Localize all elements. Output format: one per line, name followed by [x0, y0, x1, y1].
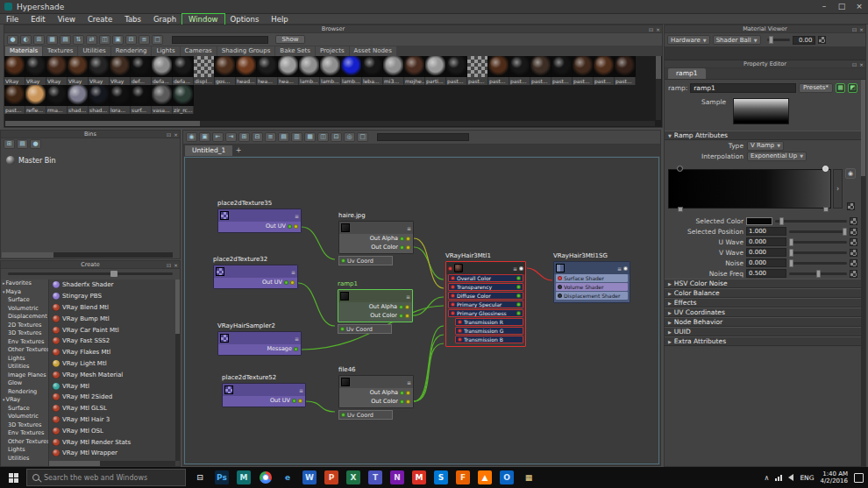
node-attr-diffuse-color[interactable]: Diffuse Color	[448, 292, 523, 300]
shape-dropdown[interactable]: Shader Ball▼	[713, 35, 761, 45]
swatch-hscrollbar[interactable]	[5, 121, 655, 126]
node-editor-toolbar-icon-0[interactable]: ◉	[186, 132, 197, 142]
category-displacement[interactable]: Displacement	[1, 313, 48, 322]
material-swatch-past-[interactable]: past...	[551, 56, 573, 85]
material-swatch-past-[interactable]: past...	[615, 56, 636, 85]
map-button[interactable]	[850, 270, 857, 278]
wire-10[interactable]	[527, 268, 552, 280]
panel-close-icon[interactable]: ×	[174, 131, 178, 138]
node-editor-toolbar-icon-5[interactable]: ⊟	[252, 132, 263, 142]
material-swatch-defa-[interactable]: defa...	[152, 56, 173, 85]
node-box[interactable]: ≡Message	[217, 331, 302, 356]
output-dot[interactable]	[516, 285, 521, 289]
node-attr-primary-glossiness[interactable]: Primary Glossiness	[448, 309, 523, 317]
node-ramp1[interactable]: ramp1≡Out AlphaOut ColorUv Coord	[338, 279, 413, 334]
node-vrayhair3mtl1[interactable]: VRayHair3Mtl1≡Overall ColorTransparencyD…	[445, 251, 526, 347]
menu-tabs[interactable]: Tabs	[118, 14, 147, 25]
node-menu-icon[interactable]: ≡	[407, 225, 411, 231]
browser-toolbar-icon-1[interactable]: ◐	[20, 35, 32, 45]
bins-toolbar-icon-2[interactable]: ●	[30, 139, 41, 149]
material-swatch-past-[interactable]: past...	[530, 56, 551, 85]
attr-slider[interactable]	[789, 230, 847, 233]
category-rendering[interactable]: Rendering	[1, 388, 48, 397]
material-swatch-past-[interactable]: past...	[573, 56, 594, 85]
node-sub-uv-coord[interactable]: Uv Coord	[338, 410, 393, 420]
input-dot[interactable]	[451, 294, 455, 298]
material-swatch-past-[interactable]: past...	[488, 56, 509, 85]
category-env-textures[interactable]: Env Textures	[1, 338, 48, 347]
node-editor-toolbar-icon-10[interactable]: ◫	[317, 132, 329, 142]
material-swatch-lamb-[interactable]: lamb...	[320, 56, 341, 85]
taskbar-app-folder[interactable]: ▦	[522, 470, 536, 484]
taskbar-app-powerpoint[interactable]: P	[324, 470, 338, 484]
output-dot[interactable]	[623, 266, 628, 271]
attr-value-field[interactable]: 0.000	[746, 248, 786, 257]
taskbar-app-teams[interactable]: T	[368, 470, 382, 484]
taskbar-app-task-view[interactable]: ⊟	[193, 470, 207, 484]
category-glow[interactable]: Glow	[1, 379, 48, 388]
category-volumetric[interactable]: Volumetric	[1, 305, 48, 314]
input-dot[interactable]	[451, 285, 455, 289]
node-menu-icon[interactable]: ≡	[407, 379, 411, 385]
category-2d-textures[interactable]: 2D Textures	[1, 322, 48, 330]
browser-toolbar-icon-6[interactable]: ⇄	[86, 35, 97, 45]
node-menu-icon[interactable]: ≡	[299, 387, 303, 393]
shader-vray-mtl-wrapper[interactable]: VRay Mtl Wrapper	[49, 448, 175, 459]
menu-options[interactable]: Options	[224, 14, 266, 25]
section-extra-attributes[interactable]: ▶Extra Attributes	[665, 336, 861, 346]
wire-0[interactable]	[302, 227, 335, 259]
output-dot[interactable]	[406, 391, 410, 395]
material-swatch-past-[interactable]: past...	[467, 56, 488, 85]
category-image-planes[interactable]: Image Planes	[1, 371, 48, 380]
browser-toolbar-icon-7[interactable]: ◫	[99, 35, 110, 45]
map-button[interactable]	[850, 228, 857, 236]
panel-float-icon[interactable]: ⊡	[852, 60, 857, 68]
menu-window[interactable]: Window	[182, 14, 224, 25]
node-sub-uv-coord[interactable]: Uv Coord	[338, 256, 393, 265]
node-menu-icon[interactable]: ≡	[295, 336, 299, 342]
slider-handle[interactable]	[789, 238, 793, 246]
taskbar-app-firefox[interactable]: F	[456, 470, 470, 484]
node-editor-toolbar-icon-4[interactable]: ⊞	[238, 132, 250, 142]
input-dot[interactable]	[451, 276, 455, 280]
taskbar-app-photoshop[interactable]: Ps	[215, 470, 229, 484]
wire-9[interactable]	[414, 343, 444, 401]
menu-help[interactable]: Help	[265, 14, 294, 25]
input-dot[interactable]	[451, 302, 455, 307]
tab-asset-nodes[interactable]: Asset Nodes	[350, 46, 396, 56]
ramp-stop-handle[interactable]	[677, 166, 683, 172]
node-editor-toolbar-icon-9[interactable]: ▦	[304, 132, 316, 142]
input-dot[interactable]	[341, 258, 345, 263]
input-dot[interactable]	[558, 285, 562, 289]
output-dot[interactable]	[290, 280, 295, 285]
node-menu-icon[interactable]: ≡	[295, 213, 299, 219]
node-attr-overall-color[interactable]: Overall Color	[448, 274, 523, 282]
tab-projects[interactable]: Projects	[316, 46, 349, 56]
map-button[interactable]	[850, 259, 857, 267]
material-swatch-shad-[interactable]: shad...	[89, 85, 110, 114]
slider-handle[interactable]	[789, 249, 793, 257]
section-uuid[interactable]: ▶UUID	[665, 327, 861, 336]
material-swatch-head-[interactable]: head...	[236, 56, 257, 85]
output-dot[interactable]	[284, 280, 288, 285]
output-dot[interactable]	[400, 245, 404, 250]
node-vrayhair3mtl1sg[interactable]: VRayHair3Mtl1SG≡Surface ShaderVolume Sha…	[553, 251, 630, 303]
section-node-behavior[interactable]: ▶Node Behavior	[665, 317, 861, 327]
panel-float-icon[interactable]: ⊡	[167, 131, 171, 138]
tab-cameras[interactable]: Cameras	[181, 46, 217, 56]
category-3d-textures[interactable]: 3D Textures	[1, 329, 48, 338]
output-dot[interactable]	[516, 311, 521, 315]
shader-vray-mtl-osl[interactable]: VRay Mtl OSL	[49, 425, 175, 436]
node-editor-toolbar-icon-3[interactable]: ⇥	[225, 132, 237, 142]
attr-slider[interactable]	[775, 220, 847, 223]
gradient-options-button[interactable]: ◉	[845, 168, 856, 179]
material-swatch-vasa-[interactable]: vasa...	[152, 85, 173, 114]
attr-value-field[interactable]: 1.000	[746, 227, 786, 236]
browser-toolbar-icon-4[interactable]: ▤	[60, 35, 71, 45]
tray-expand-icon[interactable]: ∧	[765, 474, 770, 482]
property-editor-header[interactable]: Property Editor ⊡×	[665, 60, 865, 68]
close-button[interactable]: ×	[850, 0, 868, 13]
material-swatch-vray[interactable]: VRay	[110, 56, 131, 85]
node-attr-displacement-shader[interactable]: Displacement Shader	[556, 292, 628, 300]
panel-float-icon[interactable]: ⊡	[852, 25, 857, 33]
